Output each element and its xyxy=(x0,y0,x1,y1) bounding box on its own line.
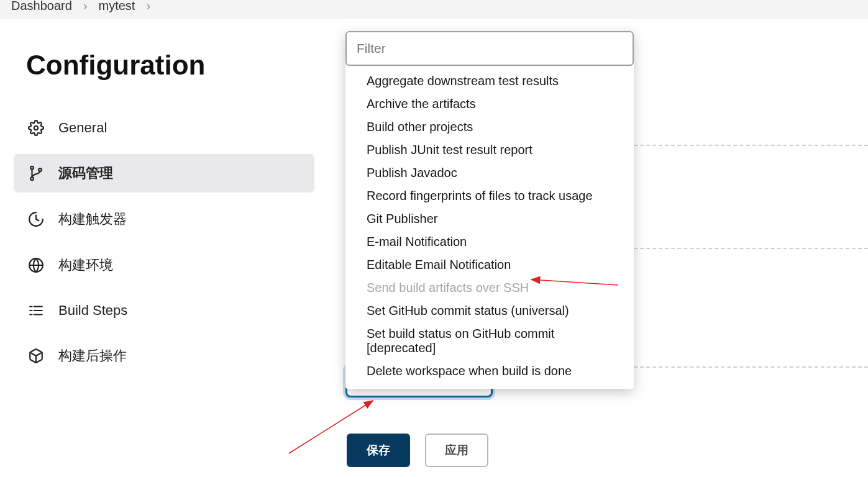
section-divider xyxy=(621,248,868,249)
dropdown-options-list: Aggregate downstream test results Archiv… xyxy=(345,66,634,389)
svg-point-0 xyxy=(34,126,39,130)
config-sidebar: Configuration General 源码管理 xyxy=(0,31,329,383)
dropdown-option[interactable]: E-mail Notification xyxy=(345,230,634,253)
sidebar-item-label: General xyxy=(58,120,107,136)
sidebar-item-label: 构建环境 xyxy=(58,256,113,275)
chevron-right-icon: › xyxy=(83,0,88,11)
content-area: Aggregate downstream test results Archiv… xyxy=(329,31,868,383)
dropdown-option[interactable]: Aggregate downstream test results xyxy=(345,70,634,93)
sidebar-item-scm[interactable]: 源码管理 xyxy=(14,154,314,193)
dropdown-option[interactable]: Editable Email Notification xyxy=(345,253,634,276)
dropdown-option-ssh[interactable]: Send build artifacts over SSH xyxy=(345,276,634,299)
dropdown-option[interactable]: Archive the artifacts xyxy=(345,93,634,116)
page-title: Configuration xyxy=(26,50,314,81)
git-branch-icon xyxy=(27,165,45,182)
sidebar-item-environment[interactable]: 构建环境 xyxy=(14,246,314,284)
post-build-action-dropdown: Aggregate downstream test results Archiv… xyxy=(345,31,634,389)
dropdown-option[interactable]: Set build status on GitHub commit [depre… xyxy=(345,322,634,360)
breadcrumb: Dashboard › mytest › xyxy=(0,0,868,19)
apply-button[interactable]: 应用 xyxy=(425,434,488,467)
sidebar-item-build-steps[interactable]: Build Steps xyxy=(14,292,314,329)
steps-icon xyxy=(27,302,45,319)
sidebar-item-general[interactable]: General xyxy=(14,109,314,147)
dropdown-option[interactable]: Publish Javadoc xyxy=(345,161,634,184)
sidebar-item-label: 构建后操作 xyxy=(58,347,127,365)
package-icon xyxy=(27,347,45,365)
section-divider xyxy=(621,145,868,146)
gear-icon xyxy=(27,119,45,137)
sidebar-item-post-build[interactable]: 构建后操作 xyxy=(14,337,314,375)
sidebar-item-label: 构建触发器 xyxy=(58,210,127,229)
section-divider xyxy=(621,366,868,368)
globe-icon xyxy=(27,257,45,274)
save-button[interactable]: 保存 xyxy=(347,434,410,467)
chevron-right-icon: › xyxy=(146,0,150,11)
dropdown-option[interactable]: Delete workspace when build is done xyxy=(345,360,634,383)
clock-icon xyxy=(27,211,45,228)
dropdown-option[interactable]: Set GitHub commit status (universal) xyxy=(345,299,634,322)
dropdown-filter-input[interactable] xyxy=(345,31,634,66)
breadcrumb-item-project[interactable]: mytest xyxy=(99,0,135,11)
sidebar-item-triggers[interactable]: 构建触发器 xyxy=(14,200,314,238)
dropdown-option[interactable]: Record fingerprints of files to track us… xyxy=(345,184,634,207)
dropdown-option[interactable]: Publish JUnit test result report xyxy=(345,139,634,161)
dropdown-option[interactable]: Git Publisher xyxy=(345,207,634,230)
breadcrumb-item-dashboard[interactable]: Dashboard xyxy=(11,0,72,11)
sidebar-item-label: Build Steps xyxy=(58,302,127,319)
sidebar-item-label: 源码管理 xyxy=(58,164,113,183)
dropdown-option[interactable]: Build other projects xyxy=(345,116,634,139)
